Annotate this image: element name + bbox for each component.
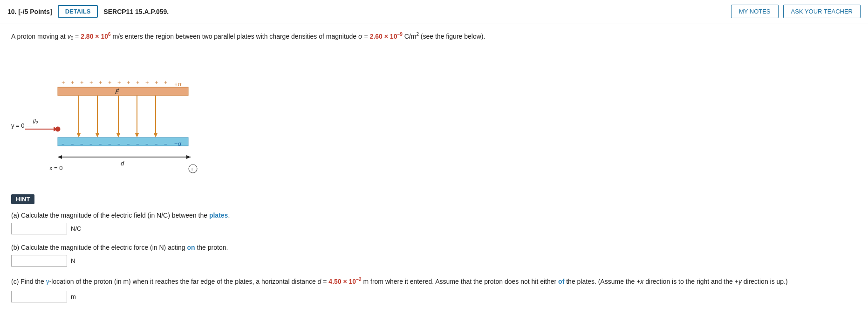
- part-c-label: (c) Find the y-location of the proton (i…: [11, 276, 857, 287]
- svg-text:−: −: [99, 141, 102, 147]
- part-a-unit: N/C: [71, 225, 81, 232]
- svg-text:+: +: [164, 79, 168, 86]
- svg-text:−: −: [62, 141, 64, 147]
- sigma-value: 2.60 × 10−9: [370, 33, 403, 40]
- problem-statement: A proton moving at v0 = 2.80 × 106 m/s e…: [11, 31, 857, 42]
- svg-text:−: −: [117, 141, 120, 147]
- question-number: 10.: [7, 8, 16, 15]
- svg-text:+: +: [80, 79, 84, 86]
- svg-text:−: −: [89, 141, 92, 147]
- header-right: MY NOTES ASK YOUR TEACHER: [731, 5, 861, 18]
- part-b-letter: (b): [11, 244, 19, 251]
- question-number-points: 10. [-/5 Points]: [7, 8, 52, 15]
- d-value: 4.50 × 10−2: [328, 278, 361, 285]
- part-c-unit: m: [71, 293, 76, 300]
- diagram-wrapper: y = 0 — + + + + + + + + + + + + +σ: [11, 50, 212, 185]
- svg-text:i: i: [191, 166, 192, 171]
- part-a-input-row: N/C: [11, 223, 857, 234]
- question-header: 10. [-/5 Points] DETAILS SERCP11 15.A.P.…: [0, 0, 868, 23]
- svg-text:−: −: [108, 141, 111, 147]
- svg-text:+: +: [89, 79, 93, 86]
- details-button[interactable]: DETAILS: [58, 5, 98, 18]
- svg-text:−: −: [164, 141, 167, 147]
- part-a-label: (a) Calculate the magnitude of the elect…: [11, 212, 857, 219]
- hint-box[interactable]: HINT: [11, 194, 34, 204]
- svg-text:+: +: [108, 79, 112, 86]
- main-content: A proton moving at v0 = 2.80 × 106 m/s e…: [0, 23, 868, 322]
- svg-text:+: +: [99, 79, 103, 86]
- svg-marker-45: [186, 155, 191, 159]
- diagram-svg: + + + + + + + + + + + + +σ: [11, 50, 212, 185]
- part-a-text: Calculate the magnitude of the electric …: [21, 212, 230, 219]
- ask-teacher-button[interactable]: ASK YOUR TEACHER: [783, 5, 861, 18]
- svg-marker-44: [58, 155, 62, 159]
- svg-marker-19: [116, 133, 120, 137]
- part-c-letter: (c): [11, 278, 19, 285]
- svg-text:+: +: [127, 79, 130, 86]
- part-a-letter: (a): [11, 212, 19, 219]
- svg-text:v⃗₀: v⃗₀: [32, 118, 38, 125]
- part-b-text: Calculate the magnitude of the electric …: [21, 244, 228, 251]
- part-c-input-row: m: [11, 291, 857, 302]
- svg-rect-29: [58, 137, 188, 146]
- svg-text:+: +: [62, 79, 65, 86]
- diagram-container: y = 0 — + + + + + + + + + + + + +σ: [11, 50, 857, 185]
- svg-text:+: +: [117, 79, 121, 86]
- part-b-label: (b) Calculate the magnitude of the elect…: [11, 244, 857, 251]
- svg-marker-21: [135, 133, 139, 137]
- svg-text:+: +: [145, 79, 149, 86]
- part-b-input-row: N: [11, 255, 857, 267]
- svg-text:−: −: [155, 141, 157, 147]
- svg-text:d: d: [121, 160, 124, 167]
- my-notes-button[interactable]: MY NOTES: [731, 5, 779, 18]
- svg-text:+: +: [155, 79, 158, 86]
- svg-text:+: +: [71, 79, 75, 86]
- svg-point-48: [189, 164, 197, 173]
- svg-text:−: −: [136, 141, 139, 147]
- svg-text:−: −: [71, 141, 74, 147]
- part-a-input[interactable]: [11, 223, 67, 234]
- svg-marker-17: [96, 133, 99, 137]
- v0-value: 2.80 × 106: [81, 33, 110, 40]
- svg-text:x = 0: x = 0: [49, 164, 63, 171]
- svg-text:+: +: [136, 79, 140, 86]
- part-c-input[interactable]: [11, 291, 67, 302]
- part-b: (b) Calculate the magnitude of the elect…: [11, 244, 857, 267]
- svg-point-28: [55, 127, 60, 131]
- svg-rect-0: [58, 87, 188, 96]
- svg-text:−: −: [127, 141, 130, 147]
- problem-id: SERCP11 15.A.P.059.: [103, 8, 169, 15]
- svg-marker-23: [154, 133, 157, 137]
- part-b-input[interactable]: [11, 255, 67, 267]
- svg-text:−: −: [80, 141, 83, 147]
- part-c: (c) Find the y-location of the proton (i…: [11, 276, 857, 302]
- svg-marker-15: [77, 133, 81, 137]
- points-label: [-/5 Points]: [18, 8, 52, 15]
- part-c-text-pre: Find the y-location of the proton (in m)…: [21, 278, 787, 285]
- header-left: 10. [-/5 Points] DETAILS SERCP11 15.A.P.…: [7, 5, 731, 18]
- part-b-unit: N: [71, 257, 75, 264]
- part-a: (a) Calculate the magnitude of the elect…: [11, 212, 857, 234]
- svg-text:+σ: +σ: [174, 81, 182, 88]
- svg-text:−σ: −σ: [174, 140, 182, 147]
- y-zero-label: y = 0 —: [11, 122, 32, 129]
- svg-text:−: −: [145, 141, 148, 147]
